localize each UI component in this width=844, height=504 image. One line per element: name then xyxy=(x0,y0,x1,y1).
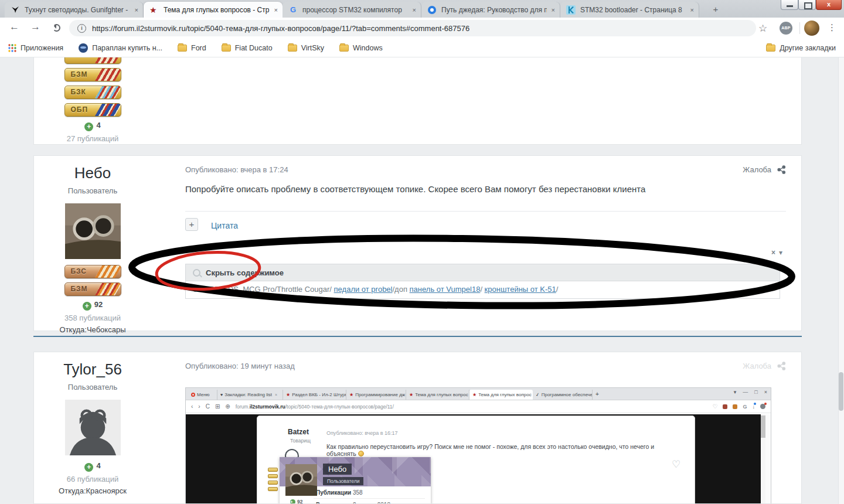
tab-close-icon[interactable]: × xyxy=(135,6,138,13)
screenshot-post-date: Опубликовано: вчера в 16:17 xyxy=(326,430,398,436)
reload-button[interactable] xyxy=(53,24,60,32)
signature-menu-icon[interactable]: ▾ xyxy=(779,248,782,257)
extension-icon xyxy=(733,404,737,409)
bookmark-folder[interactable]: VirtSky xyxy=(288,44,324,52)
screenshot-post-text: Как правильно переустановить игру? Поиск… xyxy=(326,443,678,457)
signature-text: е i5/ BRD-DS_MCG Pro/Throttle Cougar/ пе… xyxy=(185,281,780,299)
tab-close-icon[interactable]: × xyxy=(274,6,278,13)
spoiler-toggle[interactable]: Скрыть содержимое xyxy=(185,264,780,281)
profile-card-name: Небо xyxy=(323,464,352,475)
multiquote-button[interactable]: + xyxy=(185,218,198,231)
report-link[interactable]: Жалоба xyxy=(743,362,771,370)
back-button[interactable]: ← xyxy=(9,21,19,33)
bookmark-folder[interactable]: Ford xyxy=(178,44,206,52)
user-role: Пользователь xyxy=(34,186,151,195)
tab-close-icon[interactable]: × xyxy=(552,6,555,13)
screenshot-username: Batzet xyxy=(288,428,309,436)
site-favicon xyxy=(79,43,88,53)
page-info-icon[interactable]: i xyxy=(77,24,86,33)
download-icon: ↓ xyxy=(753,404,755,410)
report-controls: Жалоба xyxy=(743,165,786,174)
username-link[interactable]: Tylor_56 xyxy=(34,360,151,379)
folder-icon xyxy=(339,45,349,52)
reputation: +4 xyxy=(34,461,151,472)
forward-button[interactable]: → xyxy=(30,21,40,33)
browser-tab-strip: Тухнут светодиоды. Gunifghter - × ★ Тема… xyxy=(0,0,844,18)
attached-screenshot[interactable]: Меню ♥Закладки: Reading list× ★Раздел ВК… xyxy=(185,387,771,504)
browser-tab-3[interactable]: G процессор STM32 компилятор × xyxy=(283,2,421,18)
bookmark-star-icon[interactable]: ☆ xyxy=(758,22,767,35)
signature-spoiler: Скрыть содержимое е i5/ BRD-DS_MCG Pro/T… xyxy=(185,264,780,299)
screenshot-tab: ★Тема для глупых вопрос× xyxy=(406,390,469,400)
bookmark-folder[interactable]: Fiat Ducato xyxy=(222,44,273,52)
close-button[interactable]: x xyxy=(816,0,842,10)
minimize-button[interactable] xyxy=(781,0,798,10)
medal-badge: БЗМ xyxy=(64,68,121,81)
screenshot-tab-active: ★Тема для глупых вопрос× xyxy=(469,390,533,400)
red-star-icon: ★ xyxy=(149,5,159,15)
username-link[interactable]: Небо xyxy=(34,164,151,182)
g-icon: G xyxy=(743,404,747,410)
tab-menu-icon: ▾ xyxy=(734,389,737,395)
red-star-icon: ★ xyxy=(409,392,413,397)
tab-title: Тема для глупых вопросов - Стр xyxy=(164,6,270,14)
signature-controls: ×▾ xyxy=(771,248,782,257)
user-location: Откуда:Красноярск xyxy=(34,486,151,495)
browser-tab-2-active[interactable]: ★ Тема для глупых вопросов - Стр × xyxy=(144,2,283,18)
browser-menu-icon[interactable]: ⋮ xyxy=(828,22,836,33)
screenshot-scroll-thumb xyxy=(761,416,765,438)
blue-circle-icon xyxy=(428,6,436,14)
medal-badge: БЗС xyxy=(64,265,121,278)
post-date[interactable]: Опубликовано: 19 минут назад xyxy=(185,362,295,370)
author-pane: Небо Пользователь БЗС БЗМ +92 358 публик… xyxy=(34,156,151,331)
profile-avatar[interactable] xyxy=(804,21,819,36)
hide-signature-icon[interactable]: × xyxy=(771,248,775,257)
user-avatar[interactable] xyxy=(65,203,121,259)
page-scroll-thumb[interactable] xyxy=(839,372,843,411)
url-text[interactable]: https://forum.il2sturmovik.ru/topic/5040… xyxy=(92,24,469,33)
profile-stat-value: 358 xyxy=(353,489,363,496)
signature-link[interactable]: кронштейны от K-51 xyxy=(485,285,556,294)
share-icon[interactable] xyxy=(777,362,786,370)
address-bar[interactable]: i https://forum.il2sturmovik.ru/topic/50… xyxy=(69,20,756,36)
close-icon: × xyxy=(764,389,767,395)
browser-tab-1[interactable]: Тухнут светодиоды. Gunifghter - × xyxy=(5,2,144,18)
window-controls: x xyxy=(781,0,842,10)
report-link[interactable]: Жалоба xyxy=(743,165,771,174)
tab-close-icon[interactable]: × xyxy=(413,6,416,13)
browser-tab-5[interactable]: STM32 bootloader - Страница 8 × xyxy=(560,2,699,18)
signature-link[interactable]: педали от probel xyxy=(334,285,393,294)
author-pane: БЗМ БЗК ОБП +4 27 публикаций xyxy=(34,57,151,144)
signature-link[interactable]: панель от Vumpel18 xyxy=(410,285,481,294)
minimize-icon: — xyxy=(743,389,748,395)
user-avatar[interactable] xyxy=(65,400,121,455)
extension-icon xyxy=(723,404,727,409)
reputation: +4 xyxy=(34,121,151,131)
screenshot-right-edge xyxy=(765,414,771,504)
tab-close-icon: × xyxy=(275,393,277,397)
profile-card-avatar xyxy=(285,464,317,496)
quote-link[interactable]: Цитата xyxy=(211,221,238,230)
adblock-extension-icon[interactable]: ABP xyxy=(780,22,792,35)
plus-circle-icon: + xyxy=(84,122,93,131)
other-bookmarks[interactable]: Другие закладки xyxy=(766,44,836,52)
bookmark-item[interactable]: Параплан купить н... xyxy=(79,43,162,53)
restore-button[interactable] xyxy=(798,0,816,10)
apps-shortcut[interactable]: Приложения xyxy=(8,44,63,52)
account-icon xyxy=(760,404,765,409)
folder-icon xyxy=(178,45,187,52)
medal-badge: ОБП xyxy=(64,103,121,117)
new-tab-button[interactable]: + xyxy=(707,3,724,16)
toolbar-divider xyxy=(799,22,800,34)
browser-tab-4[interactable]: Путь джедая: Руководство для п × xyxy=(421,2,560,18)
bookmarks-bar: Приложения Параплан купить н... Ford Fia… xyxy=(0,39,844,57)
page-scrollbar[interactable] xyxy=(838,57,844,504)
share-icon[interactable] xyxy=(777,165,786,174)
user-role: Пользователь xyxy=(34,383,151,391)
bookmark-folder[interactable]: Windows xyxy=(339,44,383,52)
profile-hover-card: Небо Пользователи +92 Публикации 358 Рег… xyxy=(280,457,431,504)
tab-close-icon[interactable]: × xyxy=(690,6,694,13)
post-date[interactable]: Опубликовано: вчера в 17:24 xyxy=(185,165,288,174)
folder-icon xyxy=(766,45,775,52)
back-icon: ‹ xyxy=(191,403,193,410)
